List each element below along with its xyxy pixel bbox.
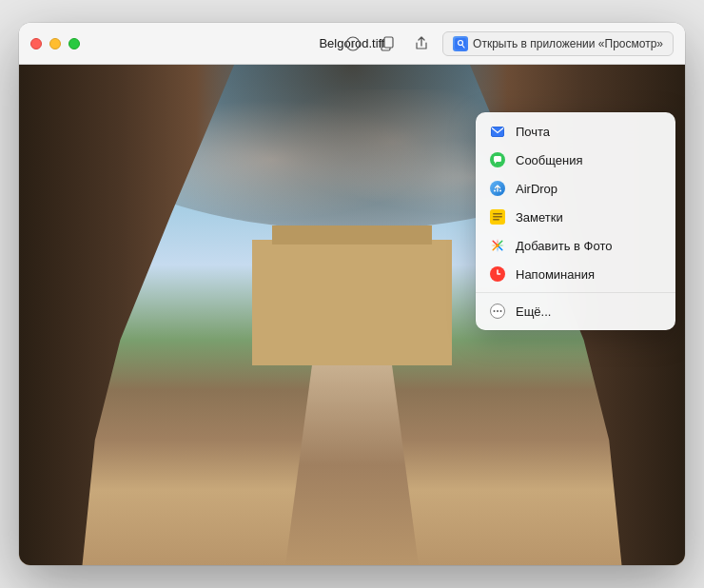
menu-item-photos[interactable]: Добавить в Фото	[476, 231, 675, 260]
svg-rect-3	[384, 37, 393, 48]
notes-icon	[489, 208, 506, 225]
open-in-label: Открыть в приложении «Просмотр»	[473, 37, 663, 50]
more-icon	[489, 303, 506, 320]
copy-icon[interactable]	[374, 30, 401, 57]
svg-point-20	[500, 310, 502, 312]
svg-rect-12	[493, 213, 502, 215]
reminders-icon	[489, 265, 506, 283]
svg-rect-13	[493, 216, 502, 218]
info-icon[interactable]: i	[340, 30, 366, 57]
menu-item-more[interactable]: Ещё...	[476, 297, 675, 325]
menu-item-photos-label: Добавить в Фото	[516, 239, 612, 253]
svg-point-9	[494, 190, 496, 192]
svg-point-18	[494, 310, 496, 312]
menu-item-mail[interactable]: Почта	[476, 117, 675, 146]
titlebar: Belgorod.tiff i	[19, 23, 685, 65]
minimize-button[interactable]	[49, 38, 61, 49]
preview-app-icon	[453, 36, 468, 51]
svg-point-10	[499, 190, 501, 192]
image-container: ПочтаСообщенияAirDropЗаметкиДобавить в Ф…	[19, 65, 685, 565]
share-dropdown-menu: ПочтаСообщенияAirDropЗаметкиДобавить в Ф…	[476, 112, 675, 330]
photos-icon	[489, 237, 506, 254]
toolbar-icons: i	[340, 30, 674, 57]
menu-item-messages-label: Сообщения	[516, 153, 583, 167]
svg-rect-14	[493, 219, 499, 221]
maximize-button[interactable]	[68, 38, 80, 49]
menu-item-reminders[interactable]: Напоминания	[476, 260, 675, 288]
menu-item-mail-label: Почта	[516, 125, 550, 139]
mail-icon	[489, 123, 506, 140]
castle	[252, 240, 452, 365]
traffic-lights	[30, 38, 80, 49]
menu-item-airdrop[interactable]: AirDrop	[476, 174, 675, 203]
ground-path	[285, 365, 419, 565]
menu-divider	[476, 292, 675, 293]
menu-item-more-label: Ещё...	[516, 304, 551, 319]
close-button[interactable]	[30, 38, 42, 49]
svg-text:i: i	[352, 40, 354, 49]
menu-item-notes[interactable]: Заметки	[476, 203, 675, 231]
messages-icon	[489, 151, 506, 168]
menu-item-notes-label: Заметки	[516, 210, 563, 225]
open-in-preview-button[interactable]: Открыть в приложении «Просмотр»	[442, 31, 674, 56]
airdrop-icon	[489, 180, 506, 197]
svg-point-19	[497, 310, 499, 312]
menu-item-reminders-label: Напоминания	[516, 267, 595, 282]
menu-item-messages[interactable]: Сообщения	[476, 146, 675, 174]
menu-item-airdrop-label: AirDrop	[516, 182, 557, 196]
share-icon[interactable]	[408, 30, 435, 57]
main-window: Belgorod.tiff i	[19, 23, 685, 565]
